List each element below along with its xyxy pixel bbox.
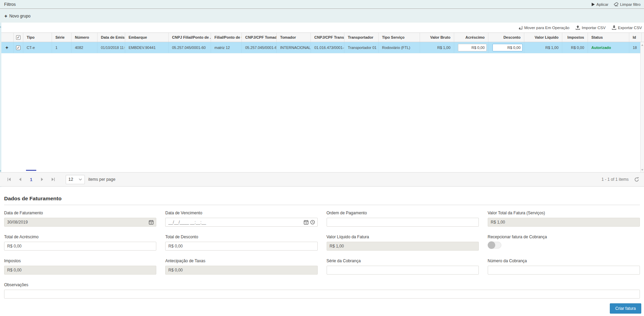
create-invoice-button[interactable]: Criar fatura [610, 303, 641, 314]
field-recepcionar-fatura: Recepcionar fatura de Cobrança [488, 235, 640, 251]
select-all-column-header: ✓ [14, 33, 23, 42]
field-label: Observações [4, 282, 640, 287]
field-valor-liquido-fatura: Valor Líquido da Fatura [327, 235, 479, 251]
antecipacao-taxas-input[interactable] [165, 266, 317, 275]
column-header-tipo-servico[interactable]: Tipo Serviço [379, 33, 420, 42]
column-header-numero[interactable]: Número [71, 33, 97, 42]
data-faturamento-input[interactable] [4, 218, 156, 227]
grid-header-row: ✓ Tipo Série Número Data de Emiss... Emb… [1, 33, 644, 42]
impostos-input[interactable] [4, 266, 156, 275]
column-header-data-emissao[interactable]: Data de Emiss... [97, 33, 125, 42]
data-vencimento-input[interactable] [165, 218, 317, 227]
plus-icon: + [4, 14, 7, 18]
first-page-button[interactable] [5, 175, 14, 184]
observacoes-input[interactable] [4, 290, 640, 299]
billing-form: Data de Faturamento Data de Vencimento O… [4, 211, 640, 306]
column-header-cnpj-tomador[interactable]: CNPJ/CPF Tomador [242, 33, 277, 42]
acrescimo-input[interactable] [458, 44, 487, 51]
import-csv-button[interactable]: Importar CSV [576, 25, 606, 30]
serie-cobranca-input[interactable] [327, 266, 479, 275]
total-desconto-input[interactable] [165, 242, 317, 251]
column-header-acrescimo[interactable]: Acréscimo [454, 33, 488, 42]
vertical-scrollbar[interactable] [640, 42, 644, 173]
column-header-desconto[interactable]: Desconto [488, 33, 524, 42]
table-row[interactable]: + ✓ CT-e 1 4082 01/10/2018 11:07 EMBDEV.… [1, 42, 644, 53]
calendar-icon[interactable] [304, 220, 308, 225]
apply-filters-button[interactable]: Aplicar [591, 2, 608, 7]
next-page-button[interactable] [38, 175, 47, 184]
column-header-cnpj-transportador[interactable]: CNPJ/CPF Transp... [311, 33, 344, 42]
select-all-checkbox[interactable]: ✓ [16, 35, 21, 40]
cell-filial: matriz 12 [211, 42, 242, 53]
first-page-icon [7, 177, 11, 181]
expand-row-icon[interactable]: + [1, 45, 8, 50]
refresh-icon[interactable] [634, 177, 639, 182]
page-size-select[interactable]: 12 [66, 175, 85, 184]
cell-embarque: EMBDEV.90441 [125, 42, 169, 53]
total-acrescimo-input[interactable] [4, 242, 156, 251]
column-header-id[interactable]: Id [629, 33, 642, 42]
cell-acrescimo [454, 42, 488, 53]
splitter-arrow-icon [0, 26, 1, 28]
cell-cnpj-transportador: 01.016.473/0001-40 [311, 42, 344, 53]
column-header-status[interactable]: Status [588, 33, 629, 42]
last-page-button[interactable] [49, 175, 57, 184]
valor-liquido-fatura-input[interactable] [327, 242, 479, 251]
expand-column-header [1, 33, 14, 42]
ordem-pagamento-input[interactable] [327, 218, 479, 227]
check-icon: ✓ [17, 36, 20, 39]
filters-title: Filtros [4, 2, 16, 7]
previous-page-icon [18, 177, 22, 181]
items-per-page-label: items per page [88, 177, 115, 182]
cell-impostos: R$ 0,00 [562, 42, 588, 53]
filters-actions: Aplicar Limpar filtro [591, 2, 641, 7]
column-header-valor-liquido[interactable]: Valor Líquido [524, 33, 562, 42]
scroll-up-icon[interactable] [641, 44, 643, 46]
column-header-filial[interactable]: Filial/Ponto de O... [211, 33, 242, 42]
filters-panel-body: + Novo grupo [0, 9, 644, 23]
cell-valor-bruto: R$ 1,00 [420, 42, 454, 53]
column-header-tomador[interactable]: Tomador [277, 33, 311, 42]
column-header-embarque[interactable]: Embarque [125, 33, 169, 42]
field-label: Total de Acréscimo [4, 235, 156, 239]
move-back-icon [518, 26, 523, 30]
status-badge: Autorizado [588, 42, 629, 53]
field-data-vencimento: Data de Vencimento [165, 211, 317, 227]
desconto-input[interactable] [492, 44, 523, 51]
previous-page-button[interactable] [16, 175, 25, 184]
field-label: Impostos [4, 258, 156, 263]
move-to-operation-button[interactable]: Mover para Em Operação [518, 26, 569, 30]
cell-id: 18 [629, 42, 642, 53]
calendar-icon[interactable] [149, 220, 154, 225]
column-header-impostos[interactable]: Impostos [562, 33, 588, 42]
field-antecipacao-taxas: Antecipação de Taxas [165, 258, 317, 275]
upload-icon [576, 25, 580, 30]
cell-serie: 1 [52, 42, 71, 53]
field-serie-cobranca: Série da Cobrança [327, 258, 479, 275]
grid-toolbar: Mover para Em Operação Importar CSV Expo… [0, 23, 644, 33]
current-page-button[interactable]: 1 [27, 172, 36, 187]
clock-icon[interactable] [310, 220, 315, 225]
field-total-acrescimo: Total de Acréscimo [4, 235, 156, 251]
new-filter-group-button[interactable]: + Novo grupo [4, 14, 30, 18]
column-header-cnpj-filial[interactable]: CNPJ Filial/Ponto de ... [169, 33, 211, 42]
billing-data-section: Dados de Faturamento Data de Faturamento… [0, 187, 644, 316]
export-csv-button[interactable]: Exportar CSV [612, 25, 642, 30]
recepcionar-toggle[interactable] [488, 242, 501, 249]
download-icon [612, 25, 616, 30]
column-header-valor-bruto[interactable]: Valor Bruto [420, 33, 454, 42]
column-header-transportador[interactable]: Transportador [344, 33, 379, 42]
valor-total-input[interactable] [488, 218, 640, 227]
cell-desconto [488, 42, 524, 53]
header-filler [642, 33, 644, 42]
numero-cobranca-input[interactable] [488, 266, 640, 275]
pager-summary: 1 - 1 of 1 items [602, 177, 629, 182]
cell-tomador: INTERNACIONAL E ... [277, 42, 311, 53]
column-header-tipo[interactable]: Tipo [23, 33, 52, 42]
row-checkbox[interactable]: ✓ [16, 46, 21, 50]
column-header-serie[interactable]: Série [52, 33, 71, 42]
field-label: Valor Líquido da Fatura [327, 235, 479, 239]
field-label: Antecipação de Taxas [165, 258, 317, 263]
scroll-down-icon[interactable] [641, 169, 643, 171]
clear-filters-button[interactable]: Limpar filtro [614, 2, 641, 7]
